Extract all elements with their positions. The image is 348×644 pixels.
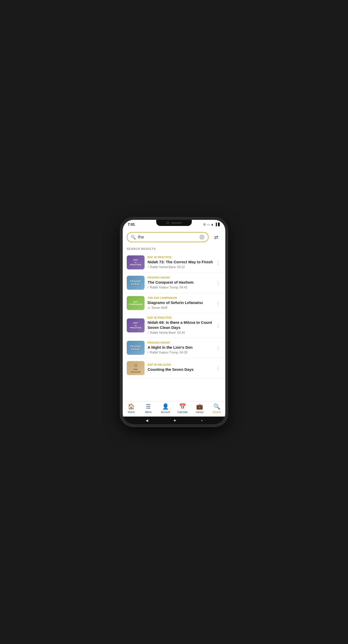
wifi-icon: ▲ <box>211 223 214 226</box>
result-author-4: Rabbi Yeshai Bane <box>150 331 176 334</box>
nav-label-calendar: Calendar <box>177 411 188 413</box>
result-title-3: Diagrams of Sefurin Lefanainu <box>148 300 215 305</box>
meta-icon-5: I <box>148 351 148 354</box>
more-button-3[interactable]: ⋮ <box>215 299 221 307</box>
more-button-4[interactable]: ⋮ <box>215 322 221 329</box>
filter-button[interactable]: ⇄ <box>211 232 221 242</box>
speaker <box>171 222 182 224</box>
nav-item-search[interactable]: 🔍 Search <box>210 403 223 413</box>
notch <box>156 220 192 226</box>
result-item-6[interactable]: ⚖ Dafhalacha DAF IN HALACHA Counting the… <box>123 358 225 378</box>
meta-icon-2: I <box>148 286 148 289</box>
screen: 7:01 ⚙ ▭ ▲ ▐ ▊ 🔍 × <box>123 220 225 424</box>
main-content: 🔍 × ⇄ SEARCH RESULTS DAF <box>123 228 225 401</box>
nav-item-account[interactable]: 👤 Account <box>159 403 172 413</box>
nav-item-menu[interactable]: ☰ Menu <box>142 403 155 413</box>
status-time: 7:01 <box>128 222 135 226</box>
status-icons: ⚙ ▭ ▲ ▐ ▊ <box>203 223 220 226</box>
result-duration-4: 03:44 <box>177 331 185 334</box>
bottom-nav: 🏠 Home ☰ Menu 👤 Account 📅 Calendar 💼 Lib… <box>123 401 225 417</box>
result-info-6: DAF IN HALACHA Counting the Seven Days <box>148 363 215 373</box>
nav-label-account: Account <box>161 411 170 413</box>
result-author-5: Rabbi Yaakov Trump <box>150 351 178 354</box>
result-duration-2: 04:42 <box>180 286 187 289</box>
result-info-2: PESUKEI-HADAF The Conquest of Hashem I R… <box>148 276 215 289</box>
nav-label-library: Library <box>196 411 204 413</box>
clear-button[interactable]: × <box>199 235 204 240</box>
home-icon: 🏠 <box>128 403 135 410</box>
thumb-pesukei-2: PESUKEIHADAF <box>127 276 145 290</box>
result-info-5: PESUKEI-HADAF A Night in the Lion's Den … <box>148 341 215 355</box>
nav-label-menu: Menu <box>145 411 151 413</box>
library-icon: 💼 <box>196 403 203 410</box>
result-meta-1: I Rabbi Yeshai Bane 03:12 <box>148 265 215 269</box>
system-bar: ◀ ● ▪ <box>123 417 225 424</box>
thumb-daf-practice-1: DAFINPRACTICE <box>127 255 145 269</box>
result-series-4: DAF IN PRACTICE <box>148 316 215 319</box>
result-meta-5: I Rabbi Yaakov Trump 04:29 <box>148 351 215 354</box>
result-info-3: THE DAF COMPANION Diagrams of Sefurin Le… <box>148 297 215 310</box>
result-item-4[interactable]: DAFINPRACTICE DAF IN PRACTICE Nidah 69: … <box>123 313 225 338</box>
account-icon: 👤 <box>162 403 169 410</box>
nav-label-home: Home <box>128 411 135 413</box>
result-author-2: Rabbi Yaakov Trump <box>150 286 178 289</box>
thumb-daf-companion-3: DAFCOMPANION <box>127 296 145 310</box>
filter-icon: ⇄ <box>214 234 218 240</box>
search-nav-icon: 🔍 <box>213 403 220 410</box>
result-author-1: Rabbi Yeshai Bane <box>150 265 176 269</box>
result-thumb-6: ⚖ Dafhalacha <box>127 361 145 375</box>
signal-icon: ▐ <box>215 223 217 226</box>
result-thumb-3: DAFCOMPANION <box>127 296 145 310</box>
thumb-daf-halacha-6: ⚖ Dafhalacha <box>127 361 145 375</box>
search-input[interactable] <box>138 235 199 240</box>
more-button-5[interactable]: ⋮ <box>215 344 221 352</box>
back-button[interactable]: ◀ <box>146 418 148 422</box>
more-button-1[interactable]: ⋮ <box>215 259 221 266</box>
result-series-2: PESUKEI-HADAF <box>148 276 215 279</box>
battery-icon: ▊ <box>218 223 220 226</box>
result-item-5[interactable]: PESUKEIHADAF PESUKEI-HADAF A Night in th… <box>123 338 225 358</box>
result-series-3: THE DAF COMPANION <box>148 297 215 299</box>
result-series-6: DAF IN HALACHA <box>148 363 215 366</box>
clear-icon: × <box>201 236 203 239</box>
home-button[interactable]: ● <box>173 418 176 423</box>
result-series-1: DAF IN PRACTICE <box>148 256 215 259</box>
result-duration-1: 03:12 <box>177 265 185 269</box>
highlight-the-5: the <box>166 345 172 349</box>
result-title-2: The Conquest of Hashem <box>148 280 215 285</box>
nav-item-calendar[interactable]: 📅 Calendar <box>176 403 189 413</box>
result-thumb-5: PESUKEIHADAF <box>127 341 145 355</box>
result-info-1: DAF IN PRACTICE Nidah 73: The Correct Wa… <box>148 256 215 269</box>
search-bar-area: 🔍 × ⇄ <box>123 228 225 244</box>
result-item-1[interactable]: DAFINPRACTICE DAF IN PRACTICE Nidah 73: … <box>123 252 225 273</box>
result-duration-5: 04:29 <box>180 351 187 354</box>
settings-status-icon: ⚙ <box>203 223 206 226</box>
result-series-5: PESUKEI-HADAF <box>148 341 215 344</box>
calendar-icon: 📅 <box>179 403 186 410</box>
highlight-the-6: the <box>165 367 171 372</box>
result-title-6: Counting the Seven Days <box>148 367 215 372</box>
nav-label-search: Search <box>213 411 221 413</box>
meta-icon-3: ◎ <box>148 306 150 310</box>
meta-icon-1: I <box>148 265 148 269</box>
result-item-2[interactable]: PESUKEIHADAF PESUKEI-HADAF The Conquest … <box>123 273 225 293</box>
result-meta-3: ◎ Simon Wolf <box>148 306 215 310</box>
camera <box>166 221 169 224</box>
more-button-2[interactable]: ⋮ <box>215 279 221 287</box>
result-item-3[interactable]: DAFCOMPANION THE DAF COMPANION Diagrams … <box>123 293 225 313</box>
result-author-3: Simon Wolf <box>152 306 167 310</box>
section-label: SEARCH RESULTS <box>123 244 225 252</box>
meta-icon-4: I <box>148 331 148 334</box>
more-button-6[interactable]: ⋮ <box>215 364 221 372</box>
menu-icon: ☰ <box>146 403 151 410</box>
result-title-4: Nidah 69: Is there a Mitzva to Count Sev… <box>148 320 215 330</box>
nav-item-home[interactable]: 🏠 Home <box>125 403 138 413</box>
thumb-pesukei-5: PESUKEIHADAF <box>127 341 145 355</box>
result-title-5: A Night in the Lion's Den <box>148 345 215 350</box>
recents-button[interactable]: ▪ <box>201 418 202 422</box>
search-input-container[interactable]: 🔍 × <box>127 232 209 242</box>
result-thumb-4: DAFINPRACTICE <box>127 318 145 332</box>
search-icon: 🔍 <box>131 235 136 240</box>
result-meta-4: I Rabbi Yeshai Bane 03:44 <box>148 331 215 334</box>
nav-item-library[interactable]: 💼 Library <box>193 403 206 413</box>
